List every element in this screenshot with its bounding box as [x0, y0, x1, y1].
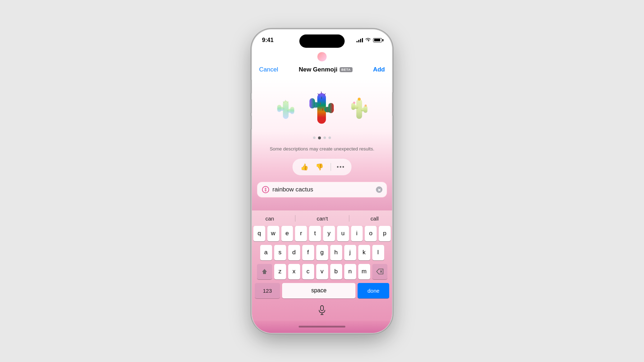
- thumbs-down-button[interactable]: 👎: [314, 162, 325, 172]
- cactus-emoji-left: [272, 93, 298, 125]
- autocomplete-row: can can't call: [252, 210, 392, 226]
- home-bar: [299, 326, 345, 328]
- key-n[interactable]: n: [344, 264, 356, 279]
- svg-point-26: [353, 102, 355, 104]
- carousel-item-center[interactable]: [304, 87, 340, 130]
- search-input-value[interactable]: rainbow cactus: [272, 186, 373, 193]
- autocomplete-divider-1: [295, 215, 295, 222]
- key-row-bottom: 123 space done: [253, 283, 391, 298]
- nav-title-area: New Genmoji BETA: [299, 66, 353, 73]
- page-title: New Genmoji: [299, 66, 337, 73]
- microphone-icon: [318, 305, 326, 315]
- signal-bar-4: [362, 38, 363, 42]
- ai-sparkle-icon: [262, 186, 270, 194]
- shift-icon: [261, 268, 268, 275]
- more-options-button[interactable]: •••: [337, 164, 345, 170]
- key-h[interactable]: h: [330, 245, 342, 260]
- space-key[interactable]: space: [282, 283, 355, 298]
- key-t[interactable]: t: [309, 226, 321, 241]
- key-b[interactable]: b: [330, 264, 342, 279]
- svg-rect-23: [364, 106, 368, 113]
- dot-4[interactable]: [328, 136, 331, 139]
- key-p[interactable]: p: [379, 226, 391, 241]
- microphone-button[interactable]: [318, 305, 326, 317]
- key-a[interactable]: a: [260, 245, 272, 260]
- carousel-pagination: [313, 136, 331, 139]
- cancel-button[interactable]: Cancel: [259, 66, 278, 73]
- key-rows: q w e r t y u i o p a s d f g: [252, 226, 392, 303]
- phone-screen: 9:41: [252, 29, 392, 333]
- backspace-icon: [376, 269, 383, 274]
- svg-rect-21: [351, 103, 355, 110]
- svg-marker-29: [262, 269, 267, 274]
- key-o[interactable]: o: [365, 226, 377, 241]
- dynamic-island: [299, 34, 345, 48]
- key-f[interactable]: f: [302, 245, 314, 260]
- search-input-row[interactable]: rainbow cactus: [257, 182, 387, 198]
- feedback-row: 👍 👎 •••: [293, 159, 351, 175]
- content-area: Some descriptions may create unexpected …: [252, 78, 392, 210]
- avatar-area: [252, 48, 392, 61]
- battery-icon: [373, 38, 382, 42]
- feedback-divider: [331, 163, 331, 171]
- key-x[interactable]: x: [288, 264, 300, 279]
- autocomplete-divider-2: [349, 215, 349, 222]
- key-e[interactable]: e: [281, 226, 293, 241]
- done-key[interactable]: done: [358, 283, 389, 298]
- dot-3[interactable]: [323, 136, 326, 139]
- key-y[interactable]: y: [323, 226, 335, 241]
- svg-rect-10: [309, 98, 315, 108]
- key-d[interactable]: d: [288, 245, 300, 260]
- key-q[interactable]: q: [253, 226, 265, 241]
- key-row-3: z x c v b n m: [253, 264, 391, 279]
- thumbs-up-button[interactable]: 👍: [299, 162, 310, 172]
- phone-device: 9:41: [252, 29, 392, 333]
- key-c[interactable]: c: [302, 264, 314, 279]
- signal-bars-icon: [356, 38, 363, 42]
- svg-point-25: [359, 98, 360, 100]
- dot-1[interactable]: [313, 136, 316, 139]
- carousel-item-right[interactable]: [346, 93, 372, 125]
- svg-point-27: [365, 105, 367, 107]
- emoji-carousel[interactable]: [252, 85, 392, 132]
- key-v[interactable]: v: [316, 264, 328, 279]
- beta-badge: BETA: [340, 67, 353, 72]
- key-i[interactable]: i: [351, 226, 363, 241]
- navigation-bar: Cancel New Genmoji BETA Add: [252, 61, 392, 78]
- backspace-key[interactable]: [372, 264, 387, 279]
- signal-bar-2: [358, 40, 359, 42]
- numbers-key[interactable]: 123: [255, 283, 280, 298]
- shift-key[interactable]: [257, 264, 272, 279]
- search-clear-button[interactable]: [376, 186, 382, 193]
- carousel-item-left[interactable]: [272, 93, 298, 125]
- key-w[interactable]: w: [267, 226, 279, 241]
- key-m[interactable]: m: [358, 264, 370, 279]
- status-time: 9:41: [262, 37, 273, 43]
- svg-rect-2: [277, 105, 281, 112]
- autocomplete-word-1[interactable]: can: [259, 214, 280, 223]
- dot-2[interactable]: [318, 136, 321, 139]
- key-g[interactable]: g: [316, 245, 328, 260]
- search-container: rainbow cactus: [257, 182, 387, 198]
- status-icons: [356, 37, 382, 43]
- key-z[interactable]: z: [274, 264, 286, 279]
- svg-line-13: [321, 92, 322, 94]
- key-l[interactable]: l: [372, 245, 384, 260]
- key-r[interactable]: r: [295, 226, 307, 241]
- key-j[interactable]: j: [344, 245, 356, 260]
- key-k[interactable]: k: [358, 245, 370, 260]
- signal-bar-1: [356, 41, 358, 42]
- battery-fill: [374, 39, 380, 41]
- home-indicator: [252, 321, 392, 333]
- svg-rect-4: [290, 107, 294, 114]
- autocomplete-word-3[interactable]: call: [365, 214, 385, 223]
- key-s[interactable]: s: [274, 245, 286, 260]
- key-u[interactable]: u: [337, 226, 349, 241]
- add-button[interactable]: Add: [373, 66, 385, 73]
- autocomplete-word-2[interactable]: can't: [311, 214, 334, 223]
- avatar: [317, 52, 327, 62]
- svg-rect-12: [328, 103, 334, 113]
- key-row-2: a s d f g h j k l: [253, 245, 391, 260]
- wifi-icon: [365, 37, 371, 43]
- cactus-emoji-right: [346, 93, 372, 125]
